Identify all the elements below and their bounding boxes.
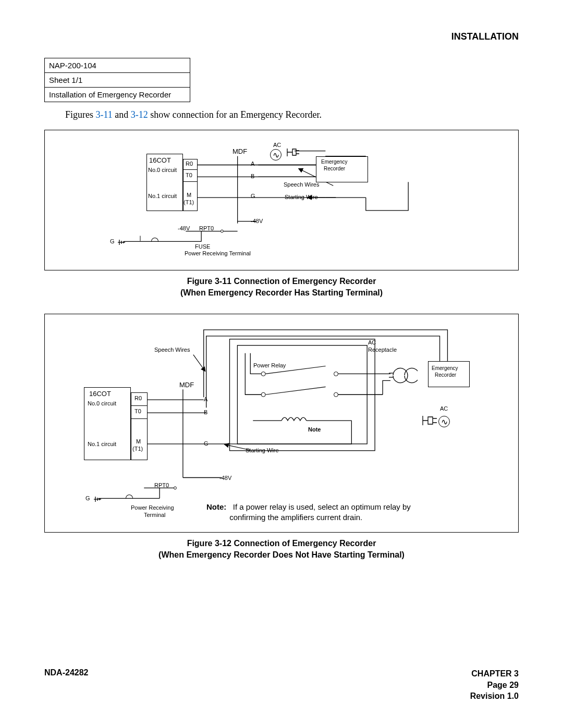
mdf-b-2: B — [204, 409, 207, 415]
pin-r0: R0 — [186, 161, 193, 167]
mdf-label: MDF — [232, 147, 247, 155]
figure-3-11: 16COT No.0 circuit No.1 circuit R0 T0 M … — [44, 130, 519, 270]
page-footer: NDA-24282 CHAPTER 3 Page 29 Revision 1.0 — [44, 668, 519, 702]
ground-icon — [117, 238, 126, 247]
ac-recept-label-2: Receptacle — [368, 347, 397, 353]
speech-wires-label: Speech Wires — [284, 181, 319, 188]
emerg-label-2: Recorder — [324, 166, 345, 171]
intro-prefix: Figures — [65, 109, 96, 120]
ac-label-2: AC — [440, 405, 448, 412]
circuit-0-label-2: No.0 circuit — [88, 400, 116, 406]
starting-wire-label-2: Starting Wire — [246, 447, 279, 453]
svg-point-17 — [221, 230, 223, 232]
mdf-a: A — [251, 161, 254, 167]
prt-label-2b: Terminal — [144, 512, 166, 518]
pin-divider-2a — [131, 405, 148, 406]
svg-point-36 — [261, 392, 265, 397]
relay-note: Note: If a power relay is used, select a… — [206, 502, 498, 523]
figure-ref-3-12[interactable]: 3-12 — [131, 109, 148, 120]
fig2-caption-l1: Figure 3-12 Connection of Emergency Reco… — [187, 539, 376, 548]
mdf-g: G — [251, 193, 255, 199]
svg-line-38 — [265, 387, 325, 395]
fig1-caption-l2: (When Emergency Recorder Has Starting Te… — [180, 288, 383, 297]
speech-wires-label-2: Speech Wires — [154, 347, 190, 353]
revision-label: Revision 1.0 — [470, 690, 519, 702]
minus48v-3: -48V — [219, 475, 231, 481]
chapter-label: CHAPTER 3 — [470, 668, 519, 680]
relay-note-tag: Note — [308, 426, 321, 433]
pin-m: M — [187, 192, 191, 198]
power-relay-label: Power Relay — [253, 362, 286, 368]
intro-paragraph: Figures 3-11 and 3-12 show connection fo… — [44, 109, 519, 120]
emerg-label-1: Emergency — [321, 159, 348, 165]
rpt0-label-2: RPT0 — [154, 482, 169, 488]
starting-wire-label: Starting Wire — [285, 194, 318, 200]
pin-t1: (T1) — [183, 199, 194, 205]
receptacle-icon — [389, 364, 418, 387]
intro-suffix: show connection for an Emergency Recorde… — [148, 109, 322, 120]
figure-3-11-caption: Figure 3-11 Connection of Emergency Reco… — [44, 276, 519, 298]
rpt0-label: RPT0 — [199, 225, 214, 231]
page-number: Page 29 — [470, 680, 519, 691]
intro-mid: and — [113, 109, 131, 120]
circuit-0-label: No.0 circuit — [148, 167, 177, 173]
cot-label-2: 16COT — [89, 390, 111, 398]
fuse-icon-2 — [126, 495, 133, 498]
pin-divider-1 — [183, 169, 198, 170]
svg-point-37 — [334, 392, 338, 397]
nap-info-box: NAP-200-104 Sheet 1/1 Installation of Em… — [44, 58, 190, 102]
pin-divider-2b — [131, 418, 148, 419]
pin-divider-2 — [183, 181, 198, 182]
figure-3-11-wires — [45, 130, 518, 270]
prt-label-2a: Power Receiving — [131, 504, 174, 511]
ground-g-label: G — [110, 238, 115, 244]
plug-icon-2 — [420, 413, 438, 428]
ac-recept-label-1: AC — [368, 339, 376, 346]
figure-3-12: 16COT No.0 circuit No.1 circuit R0 T0 M … — [44, 314, 519, 533]
section-header: INSTALLATION — [44, 31, 519, 42]
cot-block-2 — [84, 387, 131, 460]
svg-point-46 — [174, 487, 176, 489]
circuit-1-label-2: No.1 circuit — [88, 441, 116, 447]
fuse-icon — [151, 238, 158, 241]
nap-title: Installation of Emergency Recorder — [45, 88, 190, 102]
mdf-b: B — [251, 173, 254, 179]
ac-symbol: ∿ — [270, 149, 282, 161]
ac-label: AC — [273, 142, 281, 148]
fuse-label: FUSE — [195, 243, 210, 250]
figure-ref-3-11[interactable]: 3-11 — [96, 109, 113, 120]
mdf-label-2: MDF — [179, 381, 194, 389]
mdf-a-2: A — [204, 396, 207, 402]
fig2-caption-l2: (When Emergency Recorder Does Not Have S… — [158, 550, 405, 559]
note-line-2: confirming the amplifiers current drain. — [229, 513, 362, 522]
figure-3-12-caption: Figure 3-12 Connection of Emergency Reco… — [44, 538, 519, 560]
cot-label: 16COT — [149, 156, 171, 164]
nap-code: NAP-200-104 — [45, 58, 190, 73]
minus48v-2: -48V — [178, 225, 190, 231]
fuse-stub-left — [140, 236, 141, 241]
mdf-g-2: G — [204, 440, 209, 447]
pin-t1-2: (T1) — [132, 446, 143, 452]
doc-number: NDA-24282 — [44, 668, 88, 702]
emerg-label-1b: Emergency — [432, 365, 458, 371]
ground-g-label-2: G — [85, 495, 90, 501]
prt-label: Power Receiving Terminal — [185, 250, 251, 256]
pin-r0-2: R0 — [134, 395, 142, 401]
fig1-caption-l1: Figure 3-11 Connection of Emergency Reco… — [187, 277, 376, 286]
pin-m-2: M — [136, 438, 141, 445]
sheet-number: Sheet 1/1 — [45, 73, 190, 88]
note-line-1: If a power relay is used, select an opti… — [233, 502, 411, 511]
pin-t0-2: T0 — [134, 408, 141, 414]
note-lead: Note: — [206, 502, 226, 511]
ground-icon-2 — [93, 495, 102, 504]
svg-point-33 — [261, 372, 265, 376]
svg-point-34 — [334, 372, 338, 376]
page: INSTALLATION NAP-200-104 Sheet 1/1 Insta… — [0, 0, 563, 728]
circuit-1-label: No.1 circuit — [148, 193, 177, 199]
plug-icon — [285, 146, 300, 159]
pin-t0: T0 — [186, 172, 192, 178]
emerg-label-2b: Recorder — [435, 372, 456, 378]
minus48v-1: -48V — [251, 218, 263, 224]
